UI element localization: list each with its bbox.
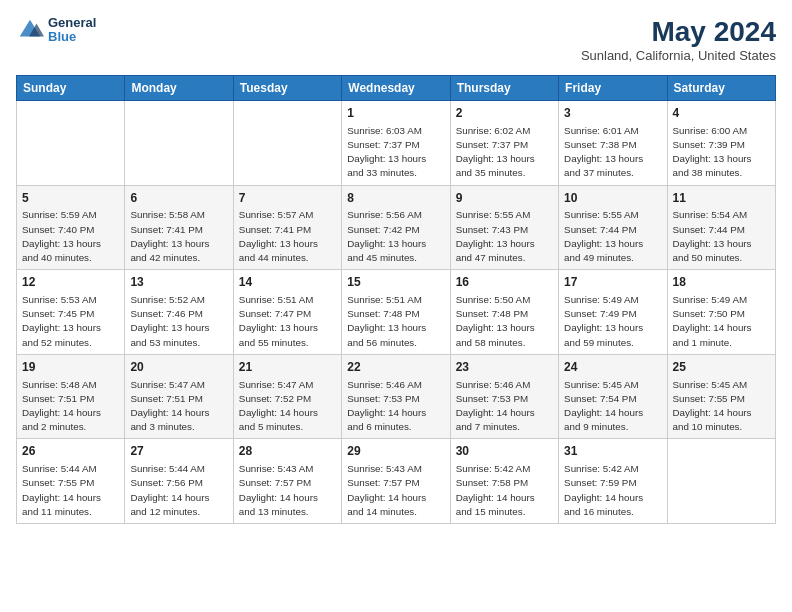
day-number: 15 — [347, 274, 444, 291]
logo-line2: Blue — [48, 30, 96, 44]
day-number: 17 — [564, 274, 661, 291]
day-number: 9 — [456, 190, 553, 207]
day-cell — [233, 101, 341, 186]
day-number: 4 — [673, 105, 770, 122]
week-row-4: 19Sunrise: 5:48 AM Sunset: 7:51 PM Dayli… — [17, 354, 776, 439]
day-cell: 9Sunrise: 5:55 AM Sunset: 7:43 PM Daylig… — [450, 185, 558, 270]
day-number: 22 — [347, 359, 444, 376]
day-cell: 20Sunrise: 5:47 AM Sunset: 7:51 PM Dayli… — [125, 354, 233, 439]
header-thursday: Thursday — [450, 76, 558, 101]
day-number: 25 — [673, 359, 770, 376]
day-cell: 15Sunrise: 5:51 AM Sunset: 7:48 PM Dayli… — [342, 270, 450, 355]
day-content: Sunrise: 5:46 AM Sunset: 7:53 PM Dayligh… — [456, 378, 553, 435]
day-cell: 28Sunrise: 5:43 AM Sunset: 7:57 PM Dayli… — [233, 439, 341, 524]
day-content: Sunrise: 5:52 AM Sunset: 7:46 PM Dayligh… — [130, 293, 227, 350]
day-cell: 27Sunrise: 5:44 AM Sunset: 7:56 PM Dayli… — [125, 439, 233, 524]
day-number: 13 — [130, 274, 227, 291]
day-number: 30 — [456, 443, 553, 460]
day-number: 2 — [456, 105, 553, 122]
day-content: Sunrise: 6:02 AM Sunset: 7:37 PM Dayligh… — [456, 124, 553, 181]
day-cell: 3Sunrise: 6:01 AM Sunset: 7:38 PM Daylig… — [559, 101, 667, 186]
day-content: Sunrise: 5:53 AM Sunset: 7:45 PM Dayligh… — [22, 293, 119, 350]
day-number: 16 — [456, 274, 553, 291]
day-number: 1 — [347, 105, 444, 122]
day-number: 14 — [239, 274, 336, 291]
day-cell: 6Sunrise: 5:58 AM Sunset: 7:41 PM Daylig… — [125, 185, 233, 270]
week-row-2: 5Sunrise: 5:59 AM Sunset: 7:40 PM Daylig… — [17, 185, 776, 270]
day-cell: 19Sunrise: 5:48 AM Sunset: 7:51 PM Dayli… — [17, 354, 125, 439]
day-cell: 13Sunrise: 5:52 AM Sunset: 7:46 PM Dayli… — [125, 270, 233, 355]
day-number: 8 — [347, 190, 444, 207]
day-content: Sunrise: 5:59 AM Sunset: 7:40 PM Dayligh… — [22, 208, 119, 265]
day-cell: 17Sunrise: 5:49 AM Sunset: 7:49 PM Dayli… — [559, 270, 667, 355]
day-content: Sunrise: 5:44 AM Sunset: 7:56 PM Dayligh… — [130, 462, 227, 519]
title-block: May 2024 Sunland, California, United Sta… — [581, 16, 776, 63]
day-cell: 7Sunrise: 5:57 AM Sunset: 7:41 PM Daylig… — [233, 185, 341, 270]
header-wednesday: Wednesday — [342, 76, 450, 101]
day-cell: 2Sunrise: 6:02 AM Sunset: 7:37 PM Daylig… — [450, 101, 558, 186]
day-cell: 25Sunrise: 5:45 AM Sunset: 7:55 PM Dayli… — [667, 354, 775, 439]
day-cell: 12Sunrise: 5:53 AM Sunset: 7:45 PM Dayli… — [17, 270, 125, 355]
page-title: May 2024 — [581, 16, 776, 48]
day-content: Sunrise: 5:49 AM Sunset: 7:49 PM Dayligh… — [564, 293, 661, 350]
day-cell: 16Sunrise: 5:50 AM Sunset: 7:48 PM Dayli… — [450, 270, 558, 355]
day-content: Sunrise: 5:46 AM Sunset: 7:53 PM Dayligh… — [347, 378, 444, 435]
header-friday: Friday — [559, 76, 667, 101]
day-cell — [125, 101, 233, 186]
day-content: Sunrise: 5:42 AM Sunset: 7:59 PM Dayligh… — [564, 462, 661, 519]
logo: General Blue — [16, 16, 96, 45]
day-number: 6 — [130, 190, 227, 207]
day-number: 26 — [22, 443, 119, 460]
logo-line1: General — [48, 16, 96, 30]
day-cell: 24Sunrise: 5:45 AM Sunset: 7:54 PM Dayli… — [559, 354, 667, 439]
calendar-table: SundayMondayTuesdayWednesdayThursdayFrid… — [16, 75, 776, 524]
day-content: Sunrise: 5:51 AM Sunset: 7:48 PM Dayligh… — [347, 293, 444, 350]
day-content: Sunrise: 5:55 AM Sunset: 7:44 PM Dayligh… — [564, 208, 661, 265]
day-number: 24 — [564, 359, 661, 376]
day-number: 19 — [22, 359, 119, 376]
day-cell: 26Sunrise: 5:44 AM Sunset: 7:55 PM Dayli… — [17, 439, 125, 524]
day-content: Sunrise: 5:56 AM Sunset: 7:42 PM Dayligh… — [347, 208, 444, 265]
day-content: Sunrise: 6:01 AM Sunset: 7:38 PM Dayligh… — [564, 124, 661, 181]
day-number: 12 — [22, 274, 119, 291]
day-cell — [17, 101, 125, 186]
day-content: Sunrise: 5:48 AM Sunset: 7:51 PM Dayligh… — [22, 378, 119, 435]
day-cell: 1Sunrise: 6:03 AM Sunset: 7:37 PM Daylig… — [342, 101, 450, 186]
day-content: Sunrise: 5:51 AM Sunset: 7:47 PM Dayligh… — [239, 293, 336, 350]
day-number: 21 — [239, 359, 336, 376]
day-number: 23 — [456, 359, 553, 376]
week-row-1: 1Sunrise: 6:03 AM Sunset: 7:37 PM Daylig… — [17, 101, 776, 186]
day-number: 31 — [564, 443, 661, 460]
day-number: 28 — [239, 443, 336, 460]
day-content: Sunrise: 5:44 AM Sunset: 7:55 PM Dayligh… — [22, 462, 119, 519]
day-cell: 10Sunrise: 5:55 AM Sunset: 7:44 PM Dayli… — [559, 185, 667, 270]
day-content: Sunrise: 5:45 AM Sunset: 7:54 PM Dayligh… — [564, 378, 661, 435]
day-number: 5 — [22, 190, 119, 207]
day-content: Sunrise: 5:58 AM Sunset: 7:41 PM Dayligh… — [130, 208, 227, 265]
day-content: Sunrise: 5:54 AM Sunset: 7:44 PM Dayligh… — [673, 208, 770, 265]
day-content: Sunrise: 6:00 AM Sunset: 7:39 PM Dayligh… — [673, 124, 770, 181]
day-number: 3 — [564, 105, 661, 122]
week-row-3: 12Sunrise: 5:53 AM Sunset: 7:45 PM Dayli… — [17, 270, 776, 355]
header-saturday: Saturday — [667, 76, 775, 101]
day-number: 18 — [673, 274, 770, 291]
day-cell: 31Sunrise: 5:42 AM Sunset: 7:59 PM Dayli… — [559, 439, 667, 524]
day-number: 27 — [130, 443, 227, 460]
day-cell: 4Sunrise: 6:00 AM Sunset: 7:39 PM Daylig… — [667, 101, 775, 186]
day-content: Sunrise: 5:45 AM Sunset: 7:55 PM Dayligh… — [673, 378, 770, 435]
day-cell: 22Sunrise: 5:46 AM Sunset: 7:53 PM Dayli… — [342, 354, 450, 439]
day-cell: 8Sunrise: 5:56 AM Sunset: 7:42 PM Daylig… — [342, 185, 450, 270]
week-row-5: 26Sunrise: 5:44 AM Sunset: 7:55 PM Dayli… — [17, 439, 776, 524]
day-content: Sunrise: 6:03 AM Sunset: 7:37 PM Dayligh… — [347, 124, 444, 181]
day-content: Sunrise: 5:47 AM Sunset: 7:52 PM Dayligh… — [239, 378, 336, 435]
day-number: 11 — [673, 190, 770, 207]
day-content: Sunrise: 5:55 AM Sunset: 7:43 PM Dayligh… — [456, 208, 553, 265]
day-content: Sunrise: 5:43 AM Sunset: 7:57 PM Dayligh… — [347, 462, 444, 519]
day-content: Sunrise: 5:57 AM Sunset: 7:41 PM Dayligh… — [239, 208, 336, 265]
day-cell: 5Sunrise: 5:59 AM Sunset: 7:40 PM Daylig… — [17, 185, 125, 270]
day-cell — [667, 439, 775, 524]
day-number: 20 — [130, 359, 227, 376]
day-number: 10 — [564, 190, 661, 207]
day-cell: 11Sunrise: 5:54 AM Sunset: 7:44 PM Dayli… — [667, 185, 775, 270]
page-subtitle: Sunland, California, United States — [581, 48, 776, 63]
